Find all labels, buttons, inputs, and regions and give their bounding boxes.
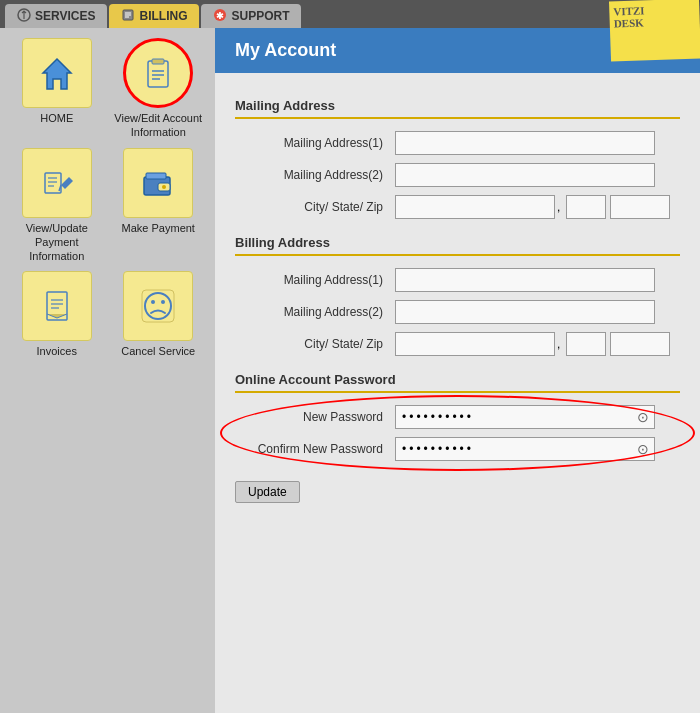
svg-point-27 [145, 293, 171, 319]
billing-city-input[interactable] [395, 332, 555, 356]
content-body: Mailing Address Mailing Address(1) Maili… [215, 73, 700, 518]
svg-point-20 [162, 185, 166, 189]
confirm-password-eye-icon[interactable]: ⊙ [637, 441, 649, 457]
sticky-note: VITZI DESK [609, 0, 700, 62]
svg-text:✱: ✱ [216, 11, 224, 21]
billing-city-state-zip-inputs: , [395, 332, 670, 356]
mailing-address1-label: Mailing Address(1) [235, 136, 395, 150]
svg-marker-7 [43, 59, 71, 89]
svg-point-29 [161, 300, 165, 304]
mailing-city-state-zip-label: City/ State/ Zip [235, 200, 395, 214]
svg-point-28 [151, 300, 155, 304]
billing-address-section-title: Billing Address [235, 235, 680, 250]
billing-city-state-zip-label: City/ State/ Zip [235, 337, 395, 351]
sidebar-item-make-payment[interactable]: Make Payment [112, 148, 206, 264]
billing-address1-row: Mailing Address(1) [235, 268, 680, 292]
new-password-eye-icon[interactable]: ⊙ [637, 409, 649, 425]
mailing-address2-label: Mailing Address(2) [235, 168, 395, 182]
mailing-address1-input[interactable] [395, 131, 655, 155]
wallet-icon-wrapper [123, 148, 193, 218]
tab-billing[interactable]: BILLING [109, 4, 199, 28]
new-password-input[interactable] [395, 405, 655, 429]
sidebar-item-invoices[interactable]: Invoices [10, 271, 104, 358]
main-container: HOME View/Edit Account Information [0, 28, 700, 713]
support-icon: ✱ [213, 8, 227, 25]
mailing-address1-row: Mailing Address(1) [235, 131, 680, 155]
billing-city-state-zip-row: City/ State/ Zip , [235, 332, 680, 356]
new-password-label: New Password [235, 410, 395, 424]
tab-support[interactable]: ✱ SUPPORT [201, 4, 301, 28]
sidebar-item-view-update-payment[interactable]: View/Update Payment Information [10, 148, 104, 264]
top-navigation: SERVICES BILLING ✱ SUPPORT VITZI DESK [0, 0, 700, 28]
services-icon [17, 8, 31, 25]
confirm-password-label: Confirm New Password [235, 442, 395, 456]
new-password-field-wrapper: ⊙ [395, 405, 655, 429]
billing-address1-input[interactable] [395, 268, 655, 292]
mailing-section-divider [235, 117, 680, 119]
mailing-city-state-zip-row: City/ State/ Zip , [235, 195, 680, 219]
confirm-password-input[interactable] [395, 437, 655, 461]
home-icon-wrapper [22, 38, 92, 108]
mailing-state-input[interactable] [566, 195, 606, 219]
update-button[interactable]: Update [235, 481, 300, 503]
password-section-title: Online Account Password [235, 372, 680, 387]
clipboard-icon-wrapper [123, 38, 193, 108]
invoice-icon-wrapper [22, 271, 92, 341]
sad-icon-wrapper [123, 271, 193, 341]
confirm-password-field-wrapper: ⊙ [395, 437, 655, 461]
confirm-password-row: Confirm New Password ⊙ [235, 437, 680, 461]
sidebar-item-home[interactable]: HOME [10, 38, 104, 140]
sidebar-item-view-edit-account[interactable]: View/Edit Account Information [112, 38, 206, 140]
svg-rect-21 [146, 173, 166, 179]
mailing-zip-input[interactable] [610, 195, 670, 219]
mailing-city-state-zip-inputs: , [395, 195, 670, 219]
sidebar: HOME View/Edit Account Information [0, 28, 215, 713]
tab-services[interactable]: SERVICES [5, 4, 107, 28]
content-area: My Account Mailing Address Mailing Addre… [215, 28, 700, 713]
mailing-address2-input[interactable] [395, 163, 655, 187]
svg-rect-9 [152, 59, 164, 64]
pencil-icon-wrapper [22, 148, 92, 218]
mailing-address2-row: Mailing Address(2) [235, 163, 680, 187]
new-password-row: New Password ⊙ [235, 405, 680, 429]
billing-zip-input[interactable] [610, 332, 670, 356]
billing-icon [121, 8, 135, 25]
mailing-city-input[interactable] [395, 195, 555, 219]
billing-address2-row: Mailing Address(2) [235, 300, 680, 324]
billing-address2-label: Mailing Address(2) [235, 305, 395, 319]
password-section-divider [235, 391, 680, 393]
password-section-wrapper: New Password ⊙ Confirm New Password ⊙ [235, 405, 680, 461]
billing-address1-label: Mailing Address(1) [235, 273, 395, 287]
mailing-address-section-title: Mailing Address [235, 98, 680, 113]
svg-rect-8 [148, 61, 168, 87]
billing-section-divider [235, 254, 680, 256]
billing-state-input[interactable] [566, 332, 606, 356]
sidebar-item-cancel-service[interactable]: Cancel Service [112, 271, 206, 358]
billing-address2-input[interactable] [395, 300, 655, 324]
